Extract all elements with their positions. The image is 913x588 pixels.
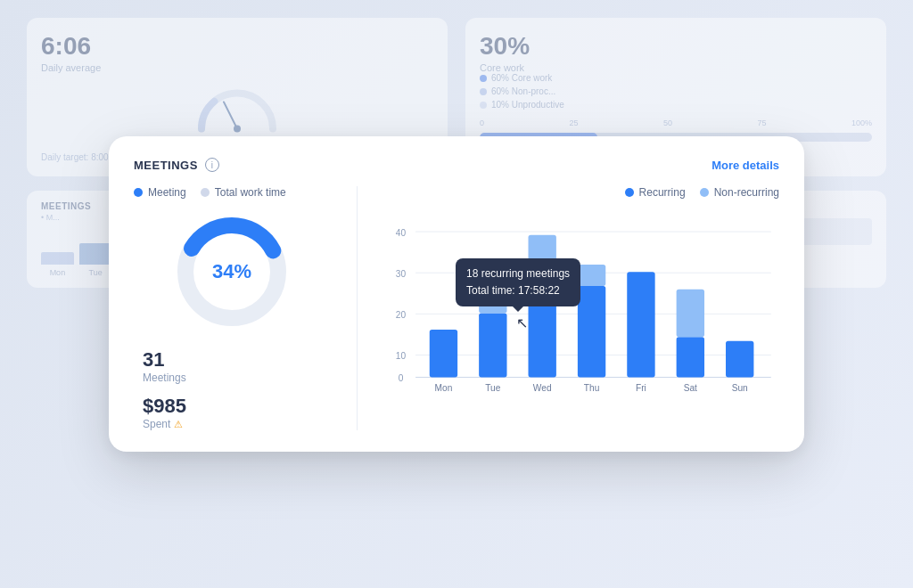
title-group: MEETINGS i — [134, 158, 219, 172]
spent-value: $985 — [143, 395, 330, 418]
svg-text:Sun: Sun — [732, 383, 748, 393]
right-panel: Recurring Non-recurring 40 30 20 10 0 — [384, 186, 779, 430]
spent-label: Spent ⚠ — [143, 418, 330, 430]
meetings-value: 31 — [143, 348, 330, 372]
bg-daily-label: Daily average — [41, 62, 433, 73]
meetings-label: Meetings — [143, 372, 330, 384]
total-work-dot — [201, 188, 210, 197]
svg-text:Mon: Mon — [435, 383, 453, 393]
bar-wed-recurring — [529, 293, 556, 377]
meetings-modal: MEETINGS i More details Meeting Total wo… — [109, 136, 804, 452]
recurring-legend: Recurring — [625, 186, 686, 199]
non-recurring-legend: Non-recurring — [700, 186, 779, 199]
bar-sun-recurring — [726, 341, 753, 378]
svg-text:40: 40 — [396, 228, 407, 238]
svg-line-0 — [224, 102, 237, 129]
svg-text:30: 30 — [396, 269, 407, 279]
svg-text:Wed: Wed — [533, 383, 552, 393]
modal-body: Meeting Total work time 34% 31 — [134, 186, 779, 430]
bg-legend-item3: 10% Unproductive — [491, 100, 564, 110]
bg-daily-value: 6:06 — [41, 32, 433, 61]
svg-text:Sat: Sat — [684, 383, 697, 393]
bar-wed-non-recurring — [529, 235, 556, 294]
svg-text:Thu: Thu — [584, 383, 599, 393]
svg-text:20: 20 — [396, 310, 407, 320]
bar-mon-recurring — [430, 330, 457, 378]
bg-core-work-percent: 30% — [480, 32, 872, 61]
bar-sat-non-recurring — [677, 290, 704, 338]
info-icon[interactable]: i — [205, 158, 219, 172]
legend-meeting: Meeting — [134, 186, 186, 199]
donut-chart: 34% — [169, 209, 294, 334]
bar-chart-svg: 40 30 20 10 0 — [384, 209, 779, 405]
more-details-link[interactable]: More details — [711, 159, 779, 172]
legend-total-work: Total work time — [201, 186, 286, 199]
recurring-label: Recurring — [639, 186, 686, 199]
meeting-dot — [134, 188, 143, 197]
bar-fri-recurring — [627, 272, 654, 377]
modal-header: MEETINGS i More details — [134, 158, 779, 172]
bg-legend-item1: 60% Core work — [491, 73, 552, 83]
spent-stat: $985 Spent ⚠ — [143, 395, 330, 430]
cursor-icon: ↖ — [516, 314, 528, 331]
svg-text:0: 0 — [399, 373, 404, 383]
bar-chart-area: 40 30 20 10 0 — [384, 209, 779, 405]
bg-gauge-svg — [193, 82, 282, 135]
svg-text:10: 10 — [396, 351, 407, 361]
donut-percent: 34% — [212, 260, 251, 283]
svg-text:Fri: Fri — [636, 383, 646, 393]
svg-point-1 — [234, 126, 241, 133]
meetings-stat: 31 Meetings — [143, 348, 330, 384]
warning-icon: ⚠ — [174, 419, 183, 430]
total-work-label: Total work time — [215, 186, 286, 199]
left-legend: Meeting Total work time — [134, 186, 330, 199]
recurring-dot — [625, 188, 634, 197]
bar-tue-recurring — [479, 313, 506, 377]
stats-group: 31 Meetings $985 Spent ⚠ — [134, 348, 330, 430]
bar-thu-non-recurring — [578, 265, 605, 286]
panel-divider — [357, 186, 358, 430]
meeting-label: Meeting — [148, 186, 186, 199]
svg-text:Tue: Tue — [485, 383, 500, 393]
bg-legend-item2: 60% Non-proc... — [491, 86, 555, 96]
non-recurring-dot — [700, 188, 709, 197]
bar-thu-recurring — [578, 286, 605, 377]
bar-tue-non-recurring — [479, 262, 506, 313]
modal-title: MEETINGS — [134, 159, 198, 172]
bg-core-work-label: Core work — [480, 62, 872, 73]
non-recurring-label: Non-recurring — [714, 186, 779, 199]
bar-sat-recurring — [677, 337, 704, 377]
left-panel: Meeting Total work time 34% 31 — [134, 186, 330, 430]
chart-legend: Recurring Non-recurring — [384, 186, 779, 199]
